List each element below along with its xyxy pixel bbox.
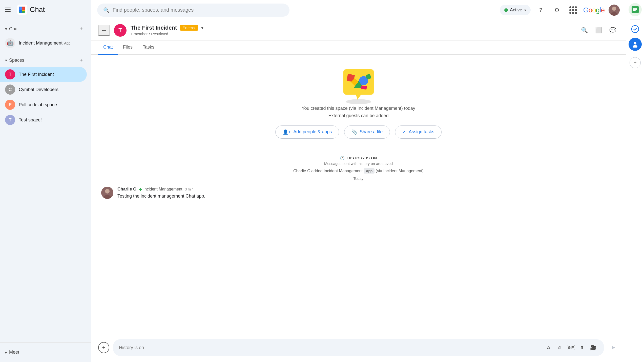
sidebar-item-poll-codelab[interactable]: P Poll codelab space [0, 97, 87, 112]
search-input[interactable] [113, 7, 283, 13]
assign-tasks-button[interactable]: ✓ Assign tasks [395, 125, 442, 139]
assign-tasks-icon: ✓ [402, 129, 406, 135]
upload-icon: ⬆ [580, 345, 584, 351]
members-count: 1 member [131, 32, 148, 36]
incident-management-label: Incident ManagementApp [19, 40, 70, 46]
svg-point-4 [612, 7, 616, 11]
spaces-section-label: Spaces [9, 58, 24, 63]
help-button[interactable]: ? [535, 4, 547, 16]
spaces-collapse-arrow: ▾ [5, 58, 7, 63]
space-name-cymbal-developers: Cymbal Developers [19, 87, 58, 92]
upload-button[interactable]: ⬆ [577, 343, 587, 352]
welcome-text: You created this space (via Incident Man… [302, 105, 415, 119]
sidebar-content: ▾ Chat + 🤖 Incident ManagementApp ▾ Spac… [0, 19, 91, 342]
video-message-button[interactable]: 🎥 [588, 343, 598, 352]
system-message: Charlie C added Incident Management App … [293, 169, 424, 173]
tab-chat[interactable]: Chat [98, 40, 118, 55]
history-clock-icon: 🕐 [340, 156, 345, 160]
space-name-poll-codelab: Poll codelab space [19, 102, 57, 108]
video-icon: ⬜ [595, 27, 602, 34]
svg-point-6 [346, 99, 371, 104]
video-call-button[interactable]: ⬜ [592, 24, 605, 36]
main-content: 🔍 Active ▾ ? ⚙ [91, 0, 626, 362]
tasks-icon [631, 25, 639, 33]
welcome-line2: External guests can be added [302, 112, 415, 119]
chat-tabs: Chat Files Tasks [91, 40, 626, 55]
sidebar-meet-section[interactable]: ▸ Meet [0, 346, 91, 358]
apps-grid-button[interactable] [567, 4, 579, 16]
status-dot [504, 8, 508, 12]
space-avatar-c: C [5, 84, 15, 95]
gear-icon: ⚙ [554, 7, 559, 13]
tasks-icon-button[interactable] [629, 23, 642, 36]
status-label: Active [510, 7, 522, 13]
add-panel-button[interactable]: + [630, 57, 641, 68]
search-chat-icon: 🔍 [581, 27, 588, 34]
gif-button[interactable]: GIF [566, 343, 576, 352]
chat-space-avatar: T [114, 24, 127, 37]
sidebar-item-cymbal-developers[interactable]: C Cymbal Developers [0, 82, 87, 97]
access-label: Restricted [151, 32, 168, 36]
sidebar-item-test-space[interactable]: T Test space! [0, 112, 87, 127]
message-app-name: Incident Management [143, 187, 182, 191]
sidebar-item-incident-management[interactable]: 🤖 Incident ManagementApp [0, 35, 87, 51]
right-panel-divider-2 [630, 54, 640, 54]
input-area: + A ☺ GIF ⬆ 🎥 ➤ [91, 335, 626, 362]
video-message-icon: 🎥 [590, 345, 596, 351]
add-people-label: Add people & apps [293, 129, 332, 135]
system-msg-text: Charlie C added Incident Management [293, 169, 363, 173]
svg-rect-18 [633, 9, 637, 10]
message-input[interactable] [119, 345, 541, 350]
search-in-chat-button[interactable]: 🔍 [578, 24, 590, 36]
emoji-button[interactable]: ☺ [555, 343, 565, 352]
text-format-button[interactable]: A [544, 343, 553, 352]
contacts-icon [632, 41, 638, 48]
user-avatar[interactable] [609, 5, 620, 16]
tab-files[interactable]: Files [118, 40, 138, 55]
chat-add-button[interactable]: + [77, 24, 86, 33]
contacts-icon-button[interactable] [629, 38, 642, 51]
right-panel-divider [630, 19, 640, 19]
chat-title-chevron-icon[interactable]: ▾ [201, 25, 203, 31]
chat-body: You created this space (via Incident Man… [91, 55, 626, 335]
chat-header: ← T The First Incident External ▾ 1 memb… [91, 20, 626, 40]
app-badge: App [64, 41, 70, 45]
sidebar-item-the-first-incident[interactable]: T The First Incident [0, 67, 87, 82]
search-box[interactable]: 🔍 [97, 4, 289, 17]
send-icon: ➤ [611, 344, 615, 351]
welcome-line1: You created this space (via Incident Man… [302, 105, 415, 112]
space-avatar-t2: T [5, 115, 15, 125]
svg-rect-19 [633, 10, 636, 11]
chat-title: The First Incident [131, 25, 177, 31]
spaces-section: ▾ Spaces + T The First Incident C Cymbal… [0, 53, 91, 127]
share-file-label: Share a file [360, 129, 383, 135]
spaces-section-header[interactable]: ▾ Spaces + [0, 53, 91, 67]
action-buttons: 👤+ Add people & apps 📎 Share a file ✓ As… [275, 125, 442, 139]
sidebar-header: Chat [0, 0, 91, 19]
chat-section-header[interactable]: ▾ Chat + [0, 21, 91, 35]
add-to-message-button[interactable]: + [98, 342, 109, 353]
sidebar: Chat ▾ Chat + 🤖 Incident ManagementApp [0, 0, 91, 362]
share-file-button[interactable]: 📎 Share a file [344, 125, 390, 139]
send-button[interactable]: ➤ [608, 342, 619, 353]
search-icon: 🔍 [103, 7, 110, 13]
add-people-icon: 👤+ [283, 129, 291, 135]
meet-label: Meet [9, 350, 19, 355]
external-badge: External [180, 25, 198, 31]
sheets-icon-button[interactable] [629, 3, 642, 16]
spaces-add-button[interactable]: + [77, 56, 86, 65]
back-button[interactable]: ← [98, 25, 110, 36]
add-people-apps-button[interactable]: 👤+ Add people & apps [275, 125, 339, 139]
svg-point-21 [634, 42, 636, 45]
robot-icon: 🤖 [5, 38, 15, 48]
share-file-icon: 📎 [351, 129, 357, 135]
settings-button[interactable]: ⚙ [551, 4, 563, 16]
status-dropdown[interactable]: Active ▾ [500, 5, 531, 15]
message-text: Testing the incident management Chat app… [117, 193, 616, 200]
tab-tasks[interactable]: Tasks [138, 40, 159, 55]
message-content: Charlie C ◆ Incident Management 3 min Te… [117, 187, 616, 200]
space-name-the-first-incident: The First Incident [19, 72, 54, 77]
hamburger-menu[interactable] [4, 5, 13, 14]
chat-collapse-arrow: ▾ [5, 27, 7, 31]
thread-button[interactable]: 💬 [607, 24, 619, 36]
